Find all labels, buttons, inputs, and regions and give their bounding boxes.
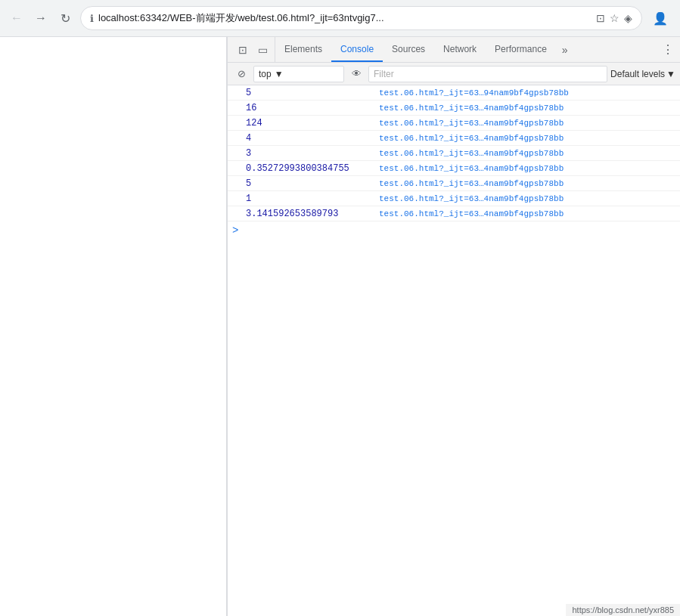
forward-button[interactable]: → — [32, 9, 50, 27]
context-label: top — [259, 69, 272, 79]
console-row: 0.35272993800384755 test.06.html?_ijt=63… — [228, 161, 680, 176]
eye-icon: 👁 — [352, 68, 362, 79]
filter-input[interactable] — [368, 66, 607, 82]
console-row-value: 3 — [228, 148, 379, 159]
console-row-source[interactable]: test.06.html?_ijt=63…4nam9bf4gpsb78bb — [379, 209, 564, 218]
console-row: 3 test.06.html?_ijt=63…4nam9bf4gpsb78bb — [228, 146, 680, 161]
clear-console-button[interactable]: ⊘ — [232, 65, 250, 83]
tab-network[interactable]: Network — [434, 37, 486, 62]
tab-network-label: Network — [443, 44, 477, 54]
bookmark-icon[interactable]: ☆ — [610, 12, 619, 24]
console-prompt[interactable]: > — [228, 221, 680, 240]
clear-icon: ⊘ — [238, 68, 246, 79]
console-row-source[interactable]: test.06.html?_ijt=63…4nam9bf4gpsb78bb — [379, 134, 564, 143]
translate-icon[interactable]: ⊡ — [596, 12, 605, 24]
eye-button[interactable]: 👁 — [347, 65, 365, 83]
console-rows: 5 test.06.html?_ijt=63…94nam9bf4gpsb78bb… — [228, 85, 680, 221]
prompt-arrow-icon: > — [232, 224, 238, 237]
console-row: 16 test.06.html?_ijt=63…4nam9bf4gpsb78bb — [228, 101, 680, 116]
console-row: 3.141592653589793 test.06.html?_ijt=63…4… — [228, 206, 680, 221]
console-row: 4 test.06.html?_ijt=63…4nam9bf4gpsb78bb — [228, 131, 680, 146]
forward-icon: → — [35, 11, 47, 25]
console-row-source[interactable]: test.06.html?_ijt=63…4nam9bf4gpsb78bb — [379, 119, 564, 128]
console-row-source[interactable]: test.06.html?_ijt=63…4nam9bf4gpsb78bb — [379, 149, 564, 158]
tab-console-label: Console — [340, 44, 374, 54]
settings-icon: ⋮ — [662, 42, 674, 57]
context-selector[interactable]: top ▼ — [253, 66, 344, 82]
console-toolbar: ⊘ top ▼ 👁 Default levels ▼ — [228, 63, 680, 85]
console-row-value: 3.141592653589793 — [228, 209, 379, 219]
console-row-value: 1 — [228, 193, 379, 204]
back-button[interactable]: ← — [8, 9, 26, 27]
devtools-tabs: ⊡ ▭ Elements Console Sources Network Per… — [228, 37, 680, 63]
browser-chrome: ← → ↻ ℹ localhost:63342/WEB-前端开发/web/tes… — [0, 0, 680, 37]
log-level-selector[interactable]: Default levels ▼ — [610, 66, 675, 82]
console-row-source[interactable]: test.06.html?_ijt=63…4nam9bf4gpsb78bb — [379, 194, 564, 203]
console-row: 124 test.06.html?_ijt=63…4nam9bf4gpsb78b… — [228, 116, 680, 131]
console-row: 1 test.06.html?_ijt=63…4nam9bf4gpsb78bb — [228, 191, 680, 206]
inspect-element-icon[interactable]: ⊡ — [234, 41, 252, 59]
tab-elements[interactable]: Elements — [275, 37, 331, 62]
main-content: ⊡ ▭ Elements Console Sources Network Per… — [0, 37, 680, 616]
console-row-value: 0.35272993800384755 — [228, 163, 379, 174]
devtools-settings-button[interactable]: ⋮ — [656, 37, 680, 62]
console-row-value: 124 — [228, 118, 379, 128]
page-area — [0, 37, 227, 616]
reload-button[interactable]: ↻ — [56, 9, 74, 27]
security-icon: ℹ — [90, 13, 94, 24]
console-row: 5 test.06.html?_ijt=63…4nam9bf4gpsb78bb — [228, 176, 680, 191]
back-icon: ← — [11, 11, 23, 25]
account-icon[interactable]: 👤 — [648, 6, 672, 30]
devtools-panel: ⊡ ▭ Elements Console Sources Network Per… — [227, 37, 680, 616]
tab-console[interactable]: Console — [331, 37, 383, 62]
console-output: 5 test.06.html?_ijt=63…94nam9bf4gpsb78bb… — [228, 85, 680, 616]
url-text: localhost:63342/WEB-前端开发/web/test.06.htm… — [98, 11, 592, 25]
tab-performance[interactable]: Performance — [486, 37, 556, 62]
extensions-icon[interactable]: ◈ — [624, 12, 632, 24]
tab-performance-label: Performance — [495, 44, 547, 54]
tab-elements-label: Elements — [284, 44, 322, 54]
console-row: 5 test.06.html?_ijt=63…94nam9bf4gpsb78bb — [228, 85, 680, 101]
console-row-value: 5 — [228, 88, 379, 98]
context-arrow-icon: ▼ — [275, 69, 284, 79]
browser-toolbar: ← → ↻ ℹ localhost:63342/WEB-前端开发/web/tes… — [0, 0, 680, 36]
hover-url: https://blog.csdn.net/yxr885 — [572, 605, 674, 614]
console-row-value: 16 — [228, 103, 379, 113]
console-row-value: 5 — [228, 178, 379, 189]
address-bar[interactable]: ℹ localhost:63342/WEB-前端开发/web/test.06.h… — [80, 6, 642, 30]
log-level-label: Default levels — [610, 69, 665, 79]
devtools-tab-icons: ⊡ ▭ — [231, 37, 275, 62]
console-row-source[interactable]: test.06.html?_ijt=63…4nam9bf4gpsb78bb — [379, 164, 564, 173]
console-row-source[interactable]: test.06.html?_ijt=63…4nam9bf4gpsb78bb — [379, 179, 564, 188]
browser-actions: 👤 — [648, 6, 672, 30]
status-bar: https://blog.csdn.net/yxr885 — [566, 604, 680, 616]
more-tabs-button[interactable]: » — [556, 37, 574, 62]
more-tabs-icon: » — [562, 44, 568, 56]
console-row-source[interactable]: test.06.html?_ijt=63…4nam9bf4gpsb78bb — [379, 104, 564, 113]
tab-sources[interactable]: Sources — [383, 37, 434, 62]
reload-icon: ↻ — [61, 11, 70, 26]
console-row-value: 4 — [228, 133, 379, 144]
log-level-arrow-icon: ▼ — [666, 69, 675, 79]
address-bar-actions: ⊡ ☆ ◈ — [596, 12, 632, 24]
device-toolbar-icon[interactable]: ▭ — [253, 41, 272, 59]
tab-sources-label: Sources — [392, 44, 425, 54]
console-row-source[interactable]: test.06.html?_ijt=63…94nam9bf4gpsb78bb — [379, 88, 569, 98]
